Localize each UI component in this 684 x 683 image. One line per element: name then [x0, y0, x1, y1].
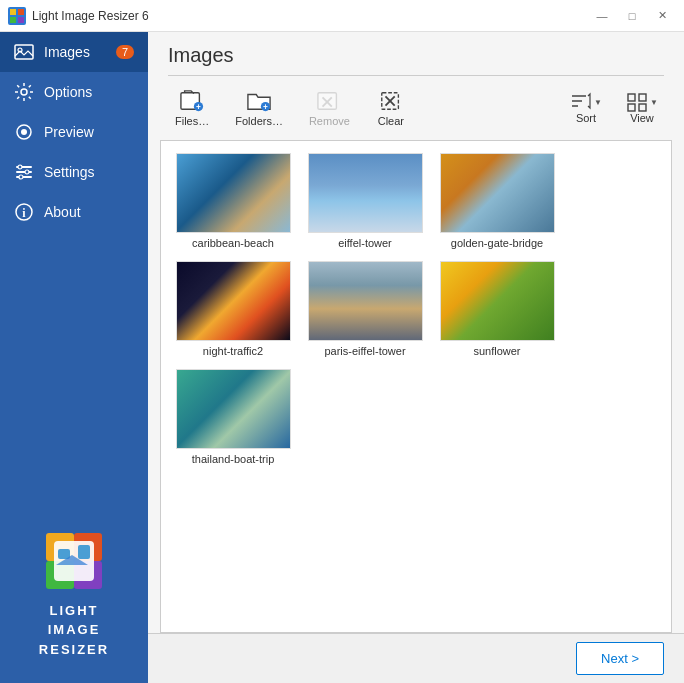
- svg-point-7: [21, 89, 27, 95]
- svg-rect-12: [16, 176, 32, 178]
- svg-rect-24: [78, 545, 90, 559]
- svg-text:i: i: [22, 206, 26, 220]
- remove-button[interactable]: Remove: [298, 82, 361, 134]
- sidebar-settings-label: Settings: [44, 164, 95, 180]
- svg-point-15: [19, 175, 23, 179]
- svg-rect-41: [639, 94, 646, 101]
- sidebar-nav: Images 7 Options: [0, 32, 148, 509]
- svg-rect-4: [18, 17, 24, 23]
- sidebar-item-settings[interactable]: Settings: [0, 152, 148, 192]
- folders-label: Folders…: [235, 115, 283, 127]
- svg-rect-2: [18, 9, 24, 15]
- settings-icon: [14, 162, 34, 182]
- svg-rect-5: [15, 45, 33, 59]
- sidebar-item-images[interactable]: Images 7: [0, 32, 148, 72]
- image-label: eiffel-tower: [338, 237, 392, 249]
- next-button[interactable]: Next >: [576, 642, 664, 675]
- close-button[interactable]: ✕: [648, 5, 676, 27]
- svg-text:+: +: [196, 102, 201, 112]
- image-grid: caribbean-beacheiffel-towergolden-gate-b…: [173, 153, 659, 465]
- image-thumbnail: [176, 153, 291, 233]
- svg-point-9: [21, 129, 27, 135]
- folders-icon: +: [247, 89, 271, 113]
- sidebar-logo: LIGHTIMAGERESIZER: [0, 509, 148, 684]
- image-label: paris-eiffel-tower: [324, 345, 405, 357]
- image-label: caribbean-beach: [192, 237, 274, 249]
- image-label: thailand-boat-trip: [192, 453, 275, 465]
- minimize-button[interactable]: —: [588, 5, 616, 27]
- maximize-button[interactable]: □: [618, 5, 646, 27]
- svg-rect-40: [628, 94, 635, 101]
- images-badge: 7: [116, 45, 134, 59]
- remove-icon: [317, 89, 341, 113]
- content-header: Images: [148, 32, 684, 76]
- files-icon: +: [180, 89, 204, 113]
- list-item[interactable]: caribbean-beach: [173, 153, 293, 249]
- images-icon: [14, 42, 34, 62]
- remove-label: Remove: [309, 115, 350, 127]
- sidebar-images-label: Images: [44, 44, 90, 60]
- svg-point-13: [18, 165, 22, 169]
- clear-icon: [379, 89, 403, 113]
- main-layout: Images 7 Options: [0, 32, 684, 683]
- app-title: Light Image Resizer 6: [32, 9, 588, 23]
- titlebar: Light Image Resizer 6 — □ ✕: [0, 0, 684, 32]
- sidebar-item-about[interactable]: i About: [0, 192, 148, 232]
- app-icon: [8, 7, 26, 25]
- list-item[interactable]: paris-eiffel-tower: [305, 261, 425, 357]
- sort-icon: [570, 92, 592, 112]
- clear-button[interactable]: Clear: [365, 82, 417, 134]
- sort-label: Sort: [576, 112, 596, 124]
- image-thumbnail: [440, 153, 555, 233]
- content-area: Images + Files…: [148, 32, 684, 683]
- page-title: Images: [168, 44, 664, 67]
- svg-point-14: [25, 170, 29, 174]
- sort-dropdown-arrow: ▼: [594, 98, 602, 107]
- sidebar-about-label: About: [44, 204, 81, 220]
- toolbar: + Files… + Folders…: [148, 76, 684, 140]
- list-item[interactable]: night-traffic2: [173, 261, 293, 357]
- files-button[interactable]: + Files…: [164, 82, 220, 134]
- svg-rect-43: [639, 104, 646, 111]
- image-label: night-traffic2: [203, 345, 263, 357]
- preview-icon: [14, 122, 34, 142]
- view-button[interactable]: ▼ View: [616, 85, 668, 131]
- svg-rect-3: [10, 17, 16, 23]
- image-label: sunflower: [473, 345, 520, 357]
- svg-rect-42: [628, 104, 635, 111]
- list-item[interactable]: eiffel-tower: [305, 153, 425, 249]
- files-label: Files…: [175, 115, 209, 127]
- list-item[interactable]: thailand-boat-trip: [173, 369, 293, 465]
- sidebar-options-label: Options: [44, 84, 92, 100]
- folders-button[interactable]: + Folders…: [224, 82, 294, 134]
- view-label: View: [630, 112, 654, 124]
- image-thumbnail: [176, 261, 291, 341]
- image-thumbnail: [176, 369, 291, 449]
- logo-text: LIGHTIMAGERESIZER: [39, 601, 109, 660]
- logo-image: [42, 529, 106, 593]
- view-dropdown-arrow: ▼: [650, 98, 658, 107]
- window-controls: — □ ✕: [588, 5, 676, 27]
- list-item[interactable]: golden-gate-bridge: [437, 153, 557, 249]
- image-thumbnail: [308, 153, 423, 233]
- sidebar-item-options[interactable]: Options: [0, 72, 148, 112]
- image-thumbnail: [308, 261, 423, 341]
- sidebar-preview-label: Preview: [44, 124, 94, 140]
- image-label: golden-gate-bridge: [451, 237, 543, 249]
- sidebar: Images 7 Options: [0, 32, 148, 683]
- view-icon: [626, 92, 648, 112]
- bottom-bar: Next >: [148, 633, 684, 683]
- clear-label: Clear: [378, 115, 404, 127]
- image-thumbnail: [440, 261, 555, 341]
- svg-rect-1: [10, 9, 16, 15]
- svg-text:+: +: [263, 102, 268, 112]
- sidebar-item-preview[interactable]: Preview: [0, 112, 148, 152]
- image-grid-container[interactable]: caribbean-beacheiffel-towergolden-gate-b…: [160, 140, 672, 633]
- sort-button[interactable]: ▼ Sort: [560, 85, 612, 131]
- about-icon: i: [14, 202, 34, 222]
- options-icon: [14, 82, 34, 102]
- list-item[interactable]: sunflower: [437, 261, 557, 357]
- svg-rect-11: [16, 171, 32, 173]
